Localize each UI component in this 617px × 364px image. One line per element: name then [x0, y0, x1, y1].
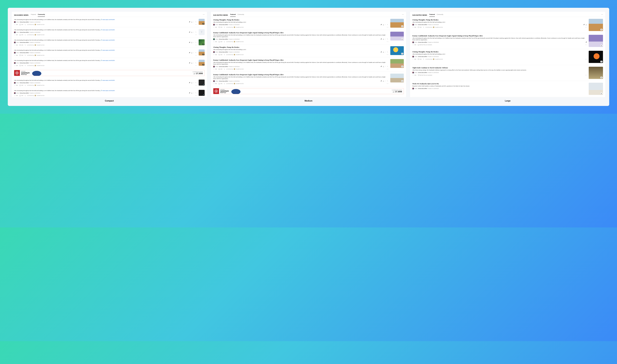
- ad-model: QASHQAI: [21, 72, 30, 74]
- bell-icon[interactable]: [191, 32, 192, 33]
- post-card[interactable]: After dominating throughout the first ha…: [14, 88, 205, 97]
- header-title: SAN MATEO NEWS: [412, 14, 427, 16]
- thumbnail[interactable]: [589, 83, 603, 95]
- thumbnail[interactable]: [199, 50, 205, 55]
- first-comment-label: Be the First on Comment: [420, 44, 432, 45]
- ad-price: 17.300€: [196, 72, 203, 75]
- panel-compact: SEAHAWKS NEWS Featured Community ⋯ After…: [12, 12, 207, 97]
- tab-featured[interactable]: Featured: [31, 14, 36, 17]
- thumbnail[interactable]: [390, 32, 404, 40]
- pin-icon[interactable]: [189, 32, 190, 33]
- link-icon[interactable]: 🔗 news.espn.com/42235: [100, 19, 115, 20]
- tab-featured[interactable]: Featured: [429, 14, 435, 17]
- comment-stat[interactable]: 153: [19, 24, 23, 25]
- tabs: Featured Community: [31, 14, 200, 17]
- post-excerpt: After dominating throughout the first ha…: [14, 19, 197, 21]
- post-card[interactable]: After dominating throughout the first ha…: [14, 58, 205, 68]
- thumbnail[interactable]: [390, 59, 404, 68]
- post-card[interactable]: Enemy Confidential: Seahawks Face Desper…: [412, 33, 603, 49]
- like-stat[interactable]: 326: [14, 24, 18, 25]
- header-title: SEAHAWKS NEWS: [14, 14, 28, 16]
- ad-banner[interactable]: NISSAN QASHQAI N-STYLE Completamente equ…: [14, 70, 205, 76]
- link-icon[interactable]: 🔗 news.espn.com/42235: [100, 29, 115, 30]
- stats-row: 326 153 11/24/2018 bySeattleFanClub ⋯: [14, 24, 197, 25]
- thumbnail[interactable]: [199, 60, 205, 66]
- edit-icon[interactable]: [196, 32, 197, 33]
- pin-icon[interactable]: [189, 21, 190, 23]
- heart-icon: [14, 24, 15, 25]
- post-card[interactable]: Enemy Confidential: Seahawks Face Desper…: [213, 30, 404, 44]
- feed: After dominating throughout the first ha…: [12, 17, 207, 97]
- tab-community[interactable]: Community: [437, 14, 443, 17]
- variant-medium: SAN MATEO NEWS Featured Community ⋯ Clos…: [211, 12, 406, 102]
- avatar: [14, 32, 16, 33]
- post-card[interactable]: Enemy Confidential: Seahawks Face Desper…: [213, 57, 404, 72]
- header-more-icon[interactable]: ⋯: [402, 13, 404, 17]
- byline: Editor Emma Baccellieri Posted on 12/24/…: [14, 21, 197, 23]
- design-stage: SEAHAWKS NEWS Featured Community ⋯ After…: [8, 8, 609, 106]
- thumbnail[interactable]: [589, 51, 603, 63]
- post-card[interactable]: Week #15 Seahawks Q&A (12/11/19) Reporte…: [412, 81, 603, 97]
- post-card[interactable]: Closing Thoughts: Pump the Brakes After …: [412, 49, 603, 65]
- post-card[interactable]: After dominating throughout the first ha…: [14, 17, 205, 27]
- thumbnail[interactable]: [589, 35, 603, 47]
- thumbnail[interactable]: [589, 67, 603, 79]
- card-more-icon[interactable]: ⋯: [195, 24, 197, 25]
- ad-tagline: Completamente equipado: [193, 71, 203, 72]
- thumbnail[interactable]: T: [199, 29, 205, 35]
- post-card[interactable]: Tight Ends Continue to Torch Seahawks' D…: [412, 65, 603, 81]
- post-card[interactable]: Closing Thoughts: Pump the Brakes After …: [412, 17, 603, 33]
- edit-icon[interactable]: [196, 21, 197, 23]
- avatar: [14, 21, 16, 23]
- thumbnail[interactable]: [199, 90, 205, 96]
- variant-compact: SEAHAWKS NEWS Featured Community ⋯ After…: [12, 12, 207, 102]
- post-title: Closing Thoughts: Pump the Brakes: [213, 19, 389, 21]
- header: SEAHAWKS NEWS Featured Community ⋯: [12, 12, 207, 17]
- post-card[interactable]: Enemy Confidential: Seahawks Face Desper…: [213, 72, 404, 86]
- panel-medium: SAN MATEO NEWS Featured Community ⋯ Clos…: [211, 12, 406, 97]
- tab-community[interactable]: Community: [38, 14, 45, 17]
- thumbnail[interactable]: [589, 19, 603, 31]
- tab-community[interactable]: Community: [237, 14, 244, 17]
- post-card[interactable]: After dominating throughout the first ha…: [14, 27, 205, 38]
- header-title: SAN MATEO NEWS: [213, 14, 228, 16]
- post-title: Closing Thoughts: Pump the Brakes: [412, 19, 587, 21]
- post-card[interactable]: Closing Thoughts: Pump the Brakes After …: [213, 17, 404, 30]
- check-icon[interactable]: [193, 32, 195, 33]
- tab-featured[interactable]: Featured: [230, 14, 236, 17]
- author-name[interactable]: Emma Baccellieri: [20, 21, 29, 23]
- post-excerpt: After dominating throughout the first ha…: [412, 21, 587, 23]
- post-excerpt: After dominating throughout the first ha…: [14, 29, 197, 31]
- thumbnail[interactable]: [199, 39, 205, 45]
- comment-icon: [19, 24, 21, 25]
- ad-trim: N-STYLE: [21, 74, 30, 75]
- thumbnail[interactable]: [199, 19, 205, 25]
- post-card[interactable]: After dominating throughout the first ha…: [14, 38, 205, 48]
- check-icon[interactable]: [193, 21, 195, 23]
- ad-logo: [14, 70, 20, 76]
- header-more-icon[interactable]: ⋯: [203, 13, 205, 17]
- variant-label: Compact: [105, 100, 114, 102]
- posted-label: Posted on 12/24/2018: [30, 21, 40, 23]
- variant-label: Large: [505, 100, 511, 102]
- post-card[interactable]: After dominating throughout the first ha…: [14, 78, 205, 88]
- ad-banner[interactable]: NISSAN QASHQAI N-STYLE Completamente equ…: [213, 88, 404, 94]
- role-label: Editor: [16, 21, 19, 23]
- like-label: Like: [414, 75, 416, 76]
- thumbnail[interactable]: [390, 19, 404, 28]
- variant-large: SAN MATEO NEWS Featured Community ⋯ Clos…: [410, 12, 605, 102]
- remix-info: 11/24/2018 bySeattleFanClub: [25, 24, 44, 25]
- post-excerpt: After dominating throughout the first ha…: [213, 21, 389, 23]
- thumbnail[interactable]: [390, 46, 404, 55]
- post-card[interactable]: After dominating throughout the first ha…: [14, 48, 205, 58]
- remix-avatar: [35, 24, 36, 25]
- bell-icon[interactable]: [191, 21, 192, 23]
- remix-icon: [25, 24, 26, 25]
- panel-large: SAN MATEO NEWS Featured Community ⋯ Clos…: [410, 12, 605, 97]
- ad-car-image: [31, 70, 43, 76]
- post-card[interactable]: Closing Thoughts: Pump the Brakes After …: [213, 44, 404, 57]
- thumbnail[interactable]: [390, 74, 404, 82]
- thumbnail[interactable]: [199, 79, 205, 86]
- header-more-icon[interactable]: ⋯: [601, 13, 603, 17]
- variant-label: Medium: [305, 100, 312, 102]
